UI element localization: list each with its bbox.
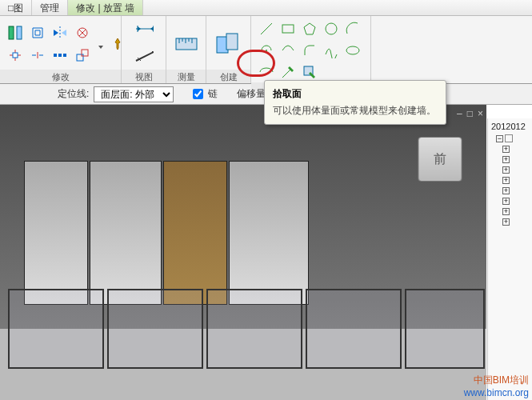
panel-draw: [251, 16, 371, 83]
browser-title: 2012012: [491, 122, 529, 131]
tree-expand-icon[interactable]: +: [502, 218, 510, 226]
tooltip-body: 可以使用体量面或常规模型来创建墙。: [273, 104, 438, 118]
create-icon[interactable]: [211, 28, 243, 60]
split-icon[interactable]: [27, 45, 48, 66]
project-browser: 2012012 − + + + + + + + +: [487, 118, 532, 400]
watermark-line1: 中国BIM培训: [464, 374, 529, 387]
ribbon-tabs: □图 管理 修改 | 放置 墙: [0, 0, 532, 16]
svg-point-13: [326, 23, 337, 34]
fillet-arc-icon[interactable]: [299, 40, 320, 61]
curtain-wall[interactable]: [0, 289, 486, 400]
circle-icon[interactable]: [321, 18, 342, 39]
line-icon[interactable]: [256, 18, 277, 39]
mirror-axis-icon[interactable]: [50, 22, 70, 43]
svg-rect-3: [13, 53, 18, 58]
panel-measure: 测量: [166, 16, 206, 83]
location-line-select[interactable]: 面层面: 外部: [94, 86, 174, 102]
tree-expand-icon[interactable]: +: [502, 146, 510, 153]
arc-start-end-icon[interactable]: [342, 18, 363, 39]
spline-icon[interactable]: [321, 40, 342, 61]
svg-rect-12: [282, 25, 294, 33]
svg-point-15: [346, 46, 359, 54]
tree-expand-icon[interactable]: +: [502, 208, 510, 215]
tree-expand-icon[interactable]: +: [502, 177, 510, 184]
svg-rect-4: [54, 54, 57, 57]
arc-center-icon[interactable]: [256, 40, 277, 61]
tab-modify-place-wall[interactable]: 修改 | 放置 墙: [68, 0, 143, 15]
svg-rect-1: [17, 26, 22, 39]
location-line-label: 定位线:: [58, 87, 89, 101]
tooltip-title: 拾取面: [273, 87, 438, 101]
measure-icon[interactable]: [171, 28, 201, 60]
panel-modify-title: 修改: [0, 70, 121, 83]
panel-view-title: 视图: [122, 70, 166, 83]
door-element[interactable]: [163, 161, 227, 305]
svg-point-14: [266, 50, 267, 51]
watermark: 中国BIM培训 www.bimcn.org: [464, 374, 529, 398]
panel-view: 视图: [122, 16, 166, 83]
ellipse-icon[interactable]: [342, 40, 363, 61]
detail-line-icon[interactable]: [134, 46, 154, 66]
tree-expand-icon[interactable]: +: [502, 156, 510, 163]
chain-label: 链: [208, 87, 218, 101]
viewport-3d[interactable]: – □ × 前: [0, 105, 486, 400]
polygon-icon[interactable]: [299, 18, 320, 39]
wall-element[interactable]: [24, 161, 88, 305]
svg-rect-6: [63, 54, 66, 57]
tree-expand-icon[interactable]: +: [502, 198, 510, 205]
svg-rect-0: [9, 26, 14, 39]
wall-element[interactable]: [90, 161, 162, 305]
svg-rect-7: [77, 54, 83, 61]
panel-measure-title: 测量: [166, 70, 206, 83]
panel-modify: 修改: [0, 16, 122, 83]
tree-collapse-icon[interactable]: −: [496, 135, 503, 142]
model-scene: [0, 105, 486, 400]
tree-expand-icon[interactable]: +: [502, 166, 510, 174]
panel-create: 创建: [206, 16, 251, 83]
rect-icon[interactable]: [278, 18, 298, 39]
dropdown-icon[interactable]: [96, 34, 106, 54]
svg-rect-11: [226, 34, 238, 50]
align-icon[interactable]: [5, 22, 26, 43]
panel-create-title: 创建: [206, 70, 250, 83]
svg-rect-8: [82, 50, 88, 56]
chain-checkbox[interactable]: [193, 89, 203, 99]
watermark-line2: www.bimcn.org: [464, 387, 529, 398]
wall-element[interactable]: [229, 161, 309, 305]
tab-manage[interactable]: 管理: [32, 0, 68, 15]
tab-view[interactable]: □图: [0, 0, 32, 15]
viewcube[interactable]: 前: [418, 137, 462, 182]
trim-icon[interactable]: [5, 45, 26, 66]
offset-icon[interactable]: [27, 22, 48, 43]
svg-rect-5: [58, 54, 62, 57]
tree-node-icon: [505, 134, 513, 142]
dimension-icon[interactable]: [134, 18, 154, 39]
array-icon[interactable]: [50, 45, 70, 66]
ribbon: 修改 视图 测量 创建: [0, 16, 532, 84]
scale-icon[interactable]: [72, 45, 93, 66]
tree-expand-icon[interactable]: +: [502, 187, 510, 194]
arc-tangent-icon[interactable]: [278, 40, 298, 61]
tooltip-pick-face: 拾取面 可以使用体量面或常规模型来创建墙。: [264, 80, 446, 125]
cut-geom-icon[interactable]: [72, 22, 93, 43]
